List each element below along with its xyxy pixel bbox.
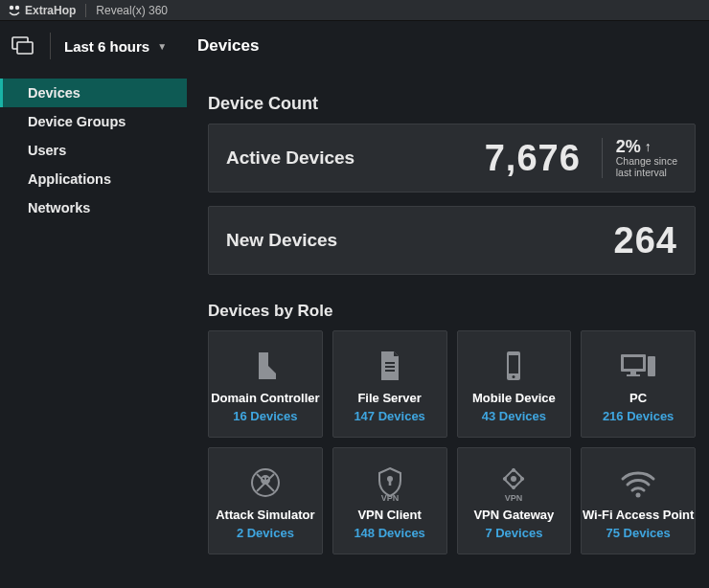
sidebar-item-label: Users (28, 143, 66, 158)
role-name: VPN Client (357, 508, 421, 522)
active-devices-change: 2% ↑ Change since last interval (602, 138, 677, 179)
chevron-down-icon: ▼ (157, 41, 167, 52)
devices-by-role-title: Devices by Role (208, 302, 696, 321)
role-card-mobile-device[interactable]: Mobile Device 43 Devices (457, 330, 572, 438)
role-name: Domain Controller (211, 391, 319, 405)
sidebar-item-label: Device Groups (28, 114, 126, 129)
role-count: 43 Devices (482, 409, 546, 423)
svg-rect-7 (385, 366, 395, 368)
change-text-2: last interval (616, 168, 677, 179)
svg-point-31 (520, 477, 524, 481)
mobile-device-icon (494, 345, 533, 387)
active-devices-label: Active Devices (226, 147, 354, 169)
role-name: Mobile Device (472, 391, 556, 405)
role-name: VPN Gateway (473, 508, 554, 522)
page-title: Devices (197, 36, 259, 56)
svg-point-0 (10, 5, 13, 9)
brand-bar: ExtraHop Reveal(x) 360 (0, 0, 709, 21)
active-devices-value: 7,676 (485, 138, 581, 179)
dashboards-icon[interactable] (10, 36, 36, 56)
wifi-ap-icon (617, 462, 659, 504)
role-card-vpn-gateway[interactable]: VPN VPN Gateway 7 Devices (457, 447, 572, 554)
time-range-picker[interactable]: Last 6 hours ▼ (64, 38, 167, 55)
role-count: 2 Devices (237, 526, 294, 540)
svg-point-29 (512, 486, 515, 489)
role-count: 216 Devices (603, 409, 674, 423)
role-name: Wi-Fi Access Point (583, 508, 694, 522)
sidebar-item-label: Applications (28, 171, 111, 187)
sidebar-item-devices[interactable]: Devices (0, 79, 187, 107)
svg-text:VPN: VPN (380, 493, 399, 503)
svg-rect-16 (648, 356, 655, 376)
sidebar-item-label: Networks (28, 200, 90, 215)
control-bar: Last 6 hours ▼ Devices (0, 21, 709, 71)
change-percent: 2% (616, 138, 641, 157)
vpn-client-icon: VPN (370, 462, 410, 504)
new-devices-label: New Devices (226, 230, 337, 251)
role-name: Attack Simulator (216, 508, 314, 522)
role-count: 16 Devices (233, 409, 297, 423)
new-devices-value: 264 (614, 220, 677, 261)
brand-divider (85, 4, 86, 17)
device-count-title: Device Count (208, 94, 696, 114)
file-server-icon (371, 345, 409, 387)
sidebar-item-device-groups[interactable]: Device Groups (0, 107, 187, 136)
role-card-wifi-ap[interactable]: Wi-Fi Access Point 75 Devices (581, 447, 696, 554)
role-count: 75 Devices (606, 526, 671, 540)
svg-marker-5 (268, 366, 276, 379)
svg-rect-4 (259, 352, 268, 379)
arrow-up-icon: ↑ (645, 140, 652, 154)
svg-rect-15 (627, 374, 640, 376)
svg-point-28 (512, 468, 515, 472)
svg-rect-3 (17, 42, 33, 54)
product-name: Reveal(x) 360 (96, 4, 168, 17)
attack-simulator-icon (245, 462, 286, 504)
extrahop-logo-icon (8, 4, 21, 17)
role-card-attack-simulator[interactable]: Attack Simulator 2 Devices (208, 447, 323, 554)
role-card-file-server[interactable]: File Server 147 Devices (332, 330, 447, 438)
sidebar-item-label: Devices (28, 85, 80, 101)
sidebar-item-networks[interactable]: Networks (0, 193, 187, 222)
role-count: 148 Devices (354, 526, 424, 540)
sidebar: Devices Device Groups Users Applications… (0, 71, 187, 554)
time-range-label: Last 6 hours (64, 38, 149, 55)
pc-icon (616, 345, 660, 387)
svg-rect-6 (385, 362, 395, 364)
role-count: 7 Devices (485, 526, 542, 540)
svg-rect-8 (385, 370, 395, 372)
role-name: File Server (357, 391, 422, 405)
domain-controller-icon (246, 345, 285, 387)
brand-logo: ExtraHop (8, 4, 76, 17)
svg-rect-13 (624, 357, 643, 369)
svg-point-33 (636, 493, 641, 498)
svg-rect-24 (388, 480, 391, 486)
vpn-gateway-icon: VPN (493, 462, 534, 504)
svg-rect-14 (630, 372, 636, 374)
svg-point-27 (511, 476, 516, 482)
svg-point-1 (15, 5, 19, 9)
new-devices-card[interactable]: New Devices 264 (208, 206, 696, 275)
roles-grid: Domain Controller 16 Devices File Server… (208, 330, 696, 554)
svg-text:VPN: VPN (505, 493, 523, 503)
svg-point-30 (503, 477, 507, 481)
sidebar-item-applications[interactable]: Applications (0, 165, 187, 193)
svg-rect-10 (509, 355, 518, 373)
content: Device Count Active Devices 7,676 2% ↑ C… (187, 71, 709, 554)
role-card-vpn-client[interactable]: VPN VPN Client 148 Devices (332, 447, 447, 554)
controlbar-separator (50, 33, 51, 59)
role-card-pc[interactable]: PC 216 Devices (581, 330, 696, 438)
role-count: 147 Devices (354, 409, 424, 423)
role-card-domain-controller[interactable]: Domain Controller 16 Devices (208, 330, 323, 438)
active-devices-card[interactable]: Active Devices 7,676 2% ↑ Change since l… (208, 124, 696, 192)
brand-name: ExtraHop (25, 4, 76, 17)
role-name: PC (629, 391, 647, 405)
sidebar-item-users[interactable]: Users (0, 136, 187, 165)
svg-point-11 (513, 375, 515, 378)
